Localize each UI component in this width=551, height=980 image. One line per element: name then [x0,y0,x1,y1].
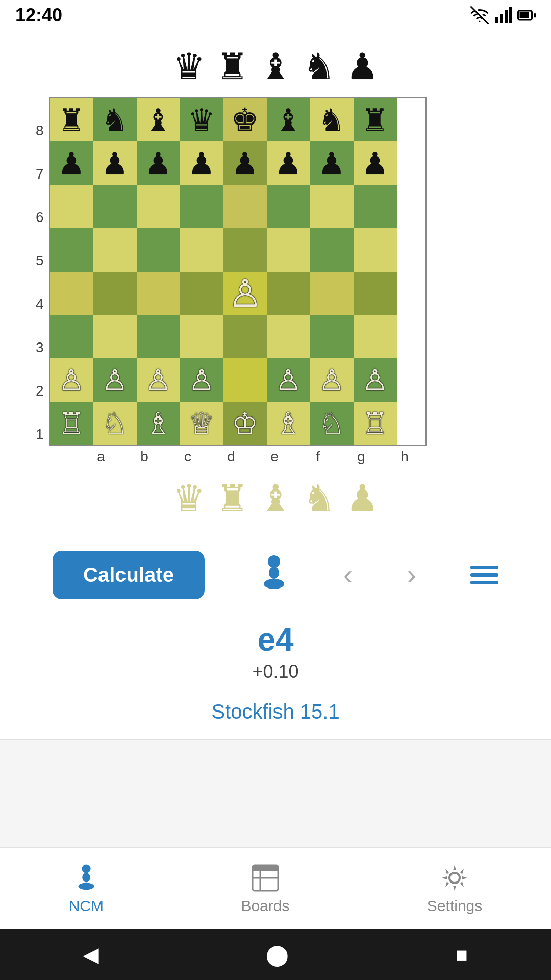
square-h7[interactable]: ♟ [354,141,397,185]
square-f1[interactable]: ♗ [267,402,310,445]
recents-button[interactable]: ■ [456,943,468,966]
player-icon[interactable] [259,553,289,597]
calculate-button[interactable]: Calculate [53,551,205,599]
square-g4[interactable] [310,272,354,315]
captured-knight-top: ♞ [303,45,336,88]
square-b8[interactable]: ♞ [93,98,137,141]
square-g8[interactable]: ♞ [310,98,354,141]
square-h2[interactable]: ♙ [354,358,397,402]
home-button[interactable]: ⬤ [266,943,289,966]
square-d3[interactable] [180,315,223,358]
boards-icon [250,863,281,893]
svg-rect-0 [495,17,498,23]
square-e1[interactable]: ♔ [223,402,267,445]
square-e6[interactable] [223,185,267,228]
square-g6[interactable] [310,185,354,228]
square-d4[interactable] [180,272,223,315]
square-b1[interactable]: ♘ [93,402,137,445]
nav-item-settings[interactable]: Settings [407,857,503,920]
prev-button[interactable]: ‹ [343,558,353,591]
piece-e8: ♚ [231,101,259,138]
captured-rook-bottom: ♜ [216,477,249,520]
nav-item-boards[interactable]: Boards [220,857,310,920]
status-bar: 12:40 [0,0,551,31]
captured-queen-top: ♛ [172,45,206,88]
square-c3[interactable] [137,315,180,358]
square-d5[interactable] [180,228,223,272]
piece-b8: ♞ [101,102,129,138]
square-e7[interactable]: ♟ [223,141,267,185]
captured-pieces-top: ♛ ♜ ♝ ♞ ♟ [0,31,551,97]
square-b6[interactable] [93,185,137,228]
square-g5[interactable] [310,228,354,272]
square-a6[interactable] [50,185,93,228]
square-a1[interactable]: ♖ [50,402,93,445]
square-a8[interactable]: ♜ [50,98,93,141]
square-b7[interactable]: ♟ [93,141,137,185]
square-f3[interactable] [267,315,310,358]
square-a7[interactable]: ♟ [50,141,93,185]
svg-point-7 [269,567,279,579]
piece-g1: ♘ [318,406,345,441]
square-c6[interactable] [137,185,180,228]
menu-button[interactable] [470,566,498,584]
square-f5[interactable] [267,228,310,272]
signal-icon [494,6,512,24]
square-c4[interactable] [137,272,180,315]
captured-bishop-top: ♝ [259,45,292,88]
system-nav-bar: ◀ ⬤ ■ [0,929,551,980]
back-button[interactable]: ◀ [83,943,99,966]
piece-a1: ♖ [58,406,85,441]
square-h5[interactable] [354,228,397,272]
square-d8[interactable]: ♛ [180,98,223,141]
square-g1[interactable]: ♘ [310,402,354,445]
square-a5[interactable] [50,228,93,272]
piece-g7: ♟ [318,145,345,181]
square-b3[interactable] [93,315,137,358]
square-c8[interactable]: ♝ [137,98,180,141]
square-c7[interactable]: ♟ [137,141,180,185]
piece-a2: ♙ [58,363,85,398]
svg-rect-1 [500,14,503,23]
square-f7[interactable]: ♟ [267,141,310,185]
square-d6[interactable] [180,185,223,228]
square-a3[interactable] [50,315,93,358]
square-d2[interactable]: ♙ [180,358,223,402]
next-button[interactable]: › [407,558,416,591]
piece-c7: ♟ [144,145,172,181]
square-h6[interactable] [354,185,397,228]
square-d7[interactable]: ♟ [180,141,223,185]
square-h3[interactable] [354,315,397,358]
square-f8[interactable]: ♝ [267,98,310,141]
square-f4[interactable] [267,272,310,315]
square-e2[interactable] [223,358,267,402]
move-info: e4 +0.10 [0,616,551,693]
square-b5[interactable] [93,228,137,272]
square-a4[interactable] [50,272,93,315]
square-h4[interactable] [354,272,397,315]
square-b4[interactable] [93,272,137,315]
square-h8[interactable]: ♜ [354,98,397,141]
square-f6[interactable] [267,185,310,228]
chessboard[interactable]: ♜♞♝♛♚♝♞♜♟♟♟♟♟♟♟♟♙♙♙♙♙♙♙♙♖♘♗♕♔♗♘♖ [49,97,427,446]
square-e5[interactable] [223,228,267,272]
square-b2[interactable]: ♙ [93,358,137,402]
hamburger-line-1 [470,566,498,569]
square-g2[interactable]: ♙ [310,358,354,402]
square-a2[interactable]: ♙ [50,358,93,402]
square-d1[interactable]: ♕ [180,402,223,445]
square-c5[interactable] [137,228,180,272]
square-g7[interactable]: ♟ [310,141,354,185]
nav-item-ncm[interactable]: NCM [48,857,124,920]
piece-f7: ♟ [274,145,302,181]
square-e4[interactable]: ♙ [223,272,267,315]
square-e8[interactable]: ♚ [223,98,267,141]
square-g3[interactable] [310,315,354,358]
square-h1[interactable]: ♖ [354,402,397,445]
square-c1[interactable]: ♗ [137,402,180,445]
square-c2[interactable]: ♙ [137,358,180,402]
svg-point-8 [264,579,284,589]
square-e3[interactable] [223,315,267,358]
rank-1: 1 [36,412,44,456]
square-f2[interactable]: ♙ [267,358,310,402]
